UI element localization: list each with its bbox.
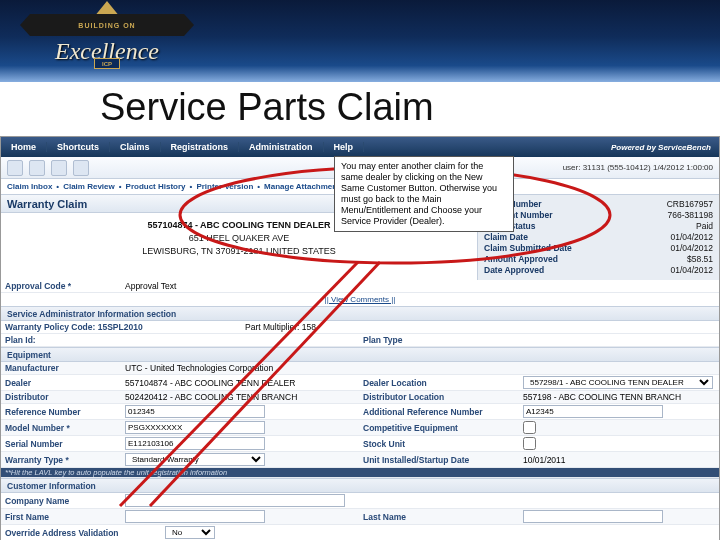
page-title: Service Parts Claim — [100, 86, 434, 129]
section-customer: Customer Information — [1, 478, 719, 493]
slide-banner: BUILDING ON Excellence ICP — [0, 0, 720, 82]
crumb-printer[interactable]: Printer Version — [196, 182, 253, 191]
brand-label: Powered by ServiceBench — [611, 143, 719, 152]
date-approved: 01/04/2012 — [670, 265, 713, 275]
account-number: 766-381198 — [668, 210, 713, 220]
override-select[interactable]: No — [165, 526, 215, 539]
claim-status: Paid — [696, 221, 713, 231]
competitive-checkbox[interactable] — [523, 421, 536, 434]
crumb-inbox[interactable]: Claim Inbox — [7, 182, 52, 191]
export-icon[interactable] — [73, 160, 89, 176]
top-nav: Home Shortcuts Claims Registrations Admi… — [1, 137, 719, 157]
dealer-location-select[interactable]: 557298/1 - ABC COOLING TENN DEALER — [523, 376, 713, 389]
approval-text-label: Approval Text — [125, 281, 176, 291]
crumb-history[interactable]: Product History — [126, 182, 186, 191]
callout-box: You may enter another claim for the same… — [334, 156, 514, 232]
medallion-icp: ICP — [94, 58, 120, 69]
policy-code: Warranty Policy Code: 15SPL2010 — [1, 321, 241, 333]
nav-help[interactable]: Help — [324, 142, 365, 152]
warranty-type-select[interactable]: Standard Warranty — [125, 453, 265, 466]
manufacturer-value: UTC - United Technologies Corporation — [121, 362, 359, 374]
reference-input[interactable] — [125, 405, 265, 418]
nav-shortcuts[interactable]: Shortcuts — [47, 142, 110, 152]
approval-code-label: Approval Code * — [1, 280, 121, 292]
serial-input[interactable] — [125, 437, 265, 450]
print-icon[interactable] — [29, 160, 45, 176]
nav-home[interactable]: Home — [1, 142, 47, 152]
lavl-hint: **Hit the LAVL key to auto populate the … — [5, 468, 227, 477]
claim-date: 01/04/2012 — [670, 232, 713, 242]
excellence-medallion: BUILDING ON Excellence ICP — [42, 4, 172, 76]
crumb-review[interactable]: Claim Review — [63, 182, 115, 191]
distributor-location: 557198 - ABC COOLING TENN BRANCH — [519, 391, 719, 403]
medallion-top-text: BUILDING ON — [30, 14, 184, 36]
plan-id-label: Plan Id: — [1, 334, 121, 346]
add-reference-input[interactable] — [523, 405, 663, 418]
stock-checkbox[interactable] — [523, 437, 536, 450]
install-date: 10/01/2011 — [519, 452, 719, 467]
nav-administration[interactable]: Administration — [239, 142, 324, 152]
nav-registrations[interactable]: Registrations — [161, 142, 240, 152]
section-admin: Service Administrator Information sectio… — [1, 306, 719, 321]
last-name-input[interactable] — [523, 510, 663, 523]
dealer-value: 557104874 - ABC COOLING TENN DEALER — [121, 375, 359, 390]
amount-approved: $58.51 — [687, 254, 713, 264]
plan-type-label: Plan Type — [359, 334, 519, 346]
crumb-attach[interactable]: Manage Attachments — [264, 182, 344, 191]
home-icon[interactable] — [7, 160, 23, 176]
distributor-value: 502420412 - ABC COOLING TENN BRANCH — [121, 391, 359, 403]
first-name-input[interactable] — [125, 510, 265, 523]
claim-number: CRB167957 — [667, 199, 713, 209]
nav-claims[interactable]: Claims — [110, 142, 161, 152]
section-equipment: Equipment — [1, 347, 719, 362]
view-comments-link[interactable]: || View Comments || — [1, 293, 719, 306]
model-input[interactable] — [125, 421, 265, 434]
submitted-date: 01/04/2012 — [670, 243, 713, 253]
company-input[interactable] — [125, 494, 345, 507]
user-status: user: 31131 (555-10412) 1/4/2012 1:00:00 — [563, 163, 713, 172]
part-multiplier: Part Multiplier: 158 — [241, 321, 479, 333]
save-icon[interactable] — [51, 160, 67, 176]
